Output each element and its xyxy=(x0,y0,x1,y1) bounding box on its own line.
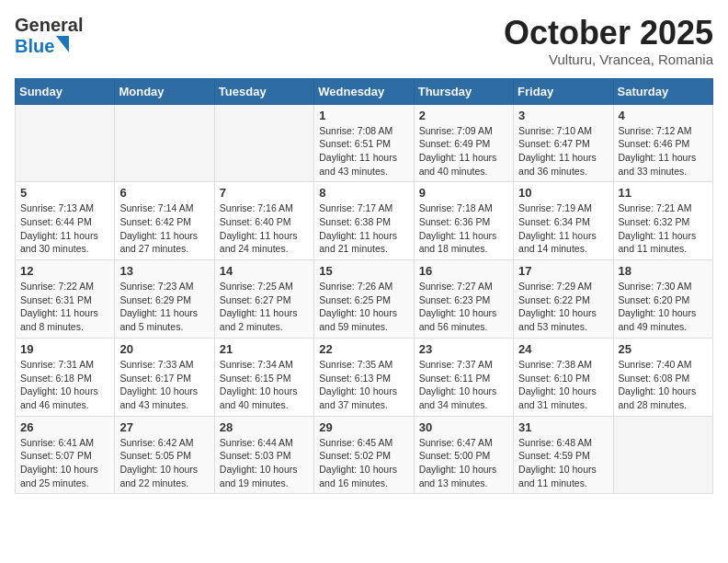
day-number: 5 xyxy=(20,186,109,200)
day-info: Sunrise: 7:09 AM Sunset: 6:49 PM Dayligh… xyxy=(419,124,508,178)
calendar-cell: 31Sunrise: 6:48 AM Sunset: 4:59 PM Dayli… xyxy=(514,416,613,494)
calendar-cell: 5Sunrise: 7:13 AM Sunset: 6:44 PM Daylig… xyxy=(16,182,115,260)
calendar-cell: 19Sunrise: 7:31 AM Sunset: 6:18 PM Dayli… xyxy=(16,338,115,416)
calendar-cell: 22Sunrise: 7:35 AM Sunset: 6:13 PM Dayli… xyxy=(314,338,414,416)
day-number: 28 xyxy=(220,420,309,434)
day-header-sunday: Sunday xyxy=(16,78,115,104)
day-number: 18 xyxy=(619,264,708,278)
calendar-week-row: 26Sunrise: 6:41 AM Sunset: 5:07 PM Dayli… xyxy=(16,416,713,494)
calendar-cell: 10Sunrise: 7:19 AM Sunset: 6:34 PM Dayli… xyxy=(514,182,613,260)
calendar-week-row: 1Sunrise: 7:08 AM Sunset: 6:51 PM Daylig… xyxy=(16,104,713,182)
calendar-cell: 21Sunrise: 7:34 AM Sunset: 6:15 PM Dayli… xyxy=(214,338,313,416)
calendar-cell: 24Sunrise: 7:38 AM Sunset: 6:10 PM Dayli… xyxy=(514,338,613,416)
day-info: Sunrise: 7:38 AM Sunset: 6:10 PM Dayligh… xyxy=(518,358,608,412)
day-number: 14 xyxy=(220,264,309,278)
calendar-cell: 27Sunrise: 6:42 AM Sunset: 5:05 PM Dayli… xyxy=(115,416,214,494)
calendar-week-row: 19Sunrise: 7:31 AM Sunset: 6:18 PM Dayli… xyxy=(16,338,713,416)
day-info: Sunrise: 7:33 AM Sunset: 6:17 PM Dayligh… xyxy=(119,358,209,412)
calendar-cell: 17Sunrise: 7:29 AM Sunset: 6:22 PM Dayli… xyxy=(514,260,613,339)
day-info: Sunrise: 6:41 AM Sunset: 5:07 PM Dayligh… xyxy=(20,436,109,490)
calendar-cell: 13Sunrise: 7:23 AM Sunset: 6:29 PM Dayli… xyxy=(115,260,214,339)
day-number: 10 xyxy=(518,186,608,200)
calendar-week-row: 12Sunrise: 7:22 AM Sunset: 6:31 PM Dayli… xyxy=(16,260,713,339)
day-number: 15 xyxy=(319,264,408,278)
day-number: 8 xyxy=(319,186,408,200)
day-info: Sunrise: 7:34 AM Sunset: 6:15 PM Dayligh… xyxy=(220,358,309,412)
day-header-saturday: Saturday xyxy=(613,78,712,104)
day-info: Sunrise: 7:16 AM Sunset: 6:40 PM Dayligh… xyxy=(220,201,309,256)
calendar-cell: 2Sunrise: 7:09 AM Sunset: 6:49 PM Daylig… xyxy=(414,104,513,182)
day-info: Sunrise: 6:42 AM Sunset: 5:05 PM Dayligh… xyxy=(119,436,209,490)
day-number: 20 xyxy=(119,342,209,356)
day-info: Sunrise: 7:08 AM Sunset: 6:51 PM Dayligh… xyxy=(319,124,408,178)
day-info: Sunrise: 7:19 AM Sunset: 6:34 PM Dayligh… xyxy=(518,201,608,256)
logo-text: General Blue xyxy=(15,15,83,57)
calendar-cell: 29Sunrise: 6:45 AM Sunset: 5:02 PM Dayli… xyxy=(314,416,414,494)
day-info: Sunrise: 7:12 AM Sunset: 6:46 PM Dayligh… xyxy=(619,124,708,178)
calendar-cell: 25Sunrise: 7:40 AM Sunset: 6:08 PM Dayli… xyxy=(613,338,712,416)
calendar-cell: 3Sunrise: 7:10 AM Sunset: 6:47 PM Daylig… xyxy=(514,104,613,182)
calendar-cell: 28Sunrise: 6:44 AM Sunset: 5:03 PM Dayli… xyxy=(214,416,313,494)
calendar-cell xyxy=(214,104,313,182)
day-number: 12 xyxy=(20,264,109,278)
day-number: 25 xyxy=(619,342,708,356)
calendar-header-row: SundayMondayTuesdayWednesdayThursdayFrid… xyxy=(16,78,713,104)
day-info: Sunrise: 7:25 AM Sunset: 6:27 PM Dayligh… xyxy=(220,280,309,334)
day-info: Sunrise: 7:29 AM Sunset: 6:22 PM Dayligh… xyxy=(518,280,608,334)
day-number: 16 xyxy=(419,264,508,278)
day-info: Sunrise: 7:30 AM Sunset: 6:20 PM Dayligh… xyxy=(619,280,708,334)
day-header-thursday: Thursday xyxy=(414,78,513,104)
calendar-cell: 15Sunrise: 7:26 AM Sunset: 6:25 PM Dayli… xyxy=(314,260,414,339)
day-number: 2 xyxy=(419,109,508,122)
day-info: Sunrise: 7:14 AM Sunset: 6:42 PM Dayligh… xyxy=(119,201,209,256)
day-info: Sunrise: 7:31 AM Sunset: 6:18 PM Dayligh… xyxy=(20,358,109,412)
calendar-cell: 23Sunrise: 7:37 AM Sunset: 6:11 PM Dayli… xyxy=(414,338,513,416)
day-number: 19 xyxy=(20,342,109,356)
calendar-cell xyxy=(16,104,115,182)
day-info: Sunrise: 7:27 AM Sunset: 6:23 PM Dayligh… xyxy=(419,280,508,334)
calendar-cell: 18Sunrise: 7:30 AM Sunset: 6:20 PM Dayli… xyxy=(613,260,712,339)
calendar-cell: 1Sunrise: 7:08 AM Sunset: 6:51 PM Daylig… xyxy=(314,104,414,182)
day-header-friday: Friday xyxy=(514,78,613,104)
logo-arrow-icon xyxy=(56,36,69,52)
day-info: Sunrise: 7:18 AM Sunset: 6:36 PM Dayligh… xyxy=(419,201,508,256)
calendar-cell: 12Sunrise: 7:22 AM Sunset: 6:31 PM Dayli… xyxy=(16,260,115,339)
location-subtitle: Vulturu, Vrancea, Romania xyxy=(504,52,713,67)
day-header-monday: Monday xyxy=(115,78,214,104)
calendar-cell: 11Sunrise: 7:21 AM Sunset: 6:32 PM Dayli… xyxy=(613,182,712,260)
day-number: 3 xyxy=(518,109,608,122)
day-info: Sunrise: 7:21 AM Sunset: 6:32 PM Dayligh… xyxy=(619,201,708,256)
calendar-cell: 9Sunrise: 7:18 AM Sunset: 6:36 PM Daylig… xyxy=(414,182,513,260)
calendar-cell xyxy=(613,416,712,494)
day-number: 23 xyxy=(419,342,508,356)
calendar-cell xyxy=(115,104,214,182)
day-info: Sunrise: 7:10 AM Sunset: 6:47 PM Dayligh… xyxy=(518,124,608,178)
day-number: 31 xyxy=(518,420,608,434)
calendar-cell: 16Sunrise: 7:27 AM Sunset: 6:23 PM Dayli… xyxy=(414,260,513,339)
month-title: October 2025 xyxy=(504,15,713,52)
day-number: 13 xyxy=(119,264,209,278)
day-info: Sunrise: 7:40 AM Sunset: 6:08 PM Dayligh… xyxy=(619,358,708,412)
day-info: Sunrise: 6:45 AM Sunset: 5:02 PM Dayligh… xyxy=(319,436,408,490)
day-number: 27 xyxy=(119,420,209,434)
calendar-cell: 7Sunrise: 7:16 AM Sunset: 6:40 PM Daylig… xyxy=(214,182,313,260)
day-info: Sunrise: 6:47 AM Sunset: 5:00 PM Dayligh… xyxy=(419,436,508,490)
logo: General Blue xyxy=(15,15,83,57)
calendar-cell: 4Sunrise: 7:12 AM Sunset: 6:46 PM Daylig… xyxy=(613,104,712,182)
day-info: Sunrise: 7:17 AM Sunset: 6:38 PM Dayligh… xyxy=(319,201,408,256)
day-info: Sunrise: 7:23 AM Sunset: 6:29 PM Dayligh… xyxy=(119,280,209,334)
calendar-cell: 6Sunrise: 7:14 AM Sunset: 6:42 PM Daylig… xyxy=(115,182,214,260)
day-header-tuesday: Tuesday xyxy=(214,78,313,104)
day-info: Sunrise: 7:37 AM Sunset: 6:11 PM Dayligh… xyxy=(419,358,508,412)
day-info: Sunrise: 7:35 AM Sunset: 6:13 PM Dayligh… xyxy=(319,358,408,412)
calendar-cell: 30Sunrise: 6:47 AM Sunset: 5:00 PM Dayli… xyxy=(414,416,513,494)
day-number: 22 xyxy=(319,342,408,356)
day-header-wednesday: Wednesday xyxy=(314,78,414,104)
day-number: 7 xyxy=(220,186,309,200)
day-number: 4 xyxy=(619,109,708,122)
calendar-cell: 26Sunrise: 6:41 AM Sunset: 5:07 PM Dayli… xyxy=(16,416,115,494)
day-number: 30 xyxy=(419,420,508,434)
day-info: Sunrise: 7:26 AM Sunset: 6:25 PM Dayligh… xyxy=(319,280,408,334)
calendar-week-row: 5Sunrise: 7:13 AM Sunset: 6:44 PM Daylig… xyxy=(16,182,713,260)
day-number: 21 xyxy=(220,342,309,356)
